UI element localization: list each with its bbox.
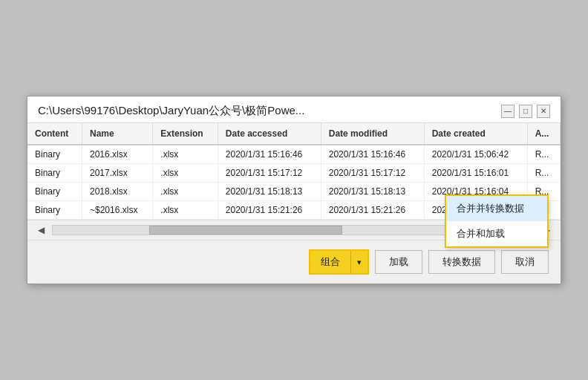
dropdown-item-combine-load[interactable]: 合并和加载 (446, 221, 547, 246)
bottom-area: 合并并转换数据 合并和加载 组合 ▾ 加载 转换数据 取消 (27, 240, 561, 284)
load-button[interactable]: 加载 (375, 250, 422, 274)
table-cell: 2020/1/31 15:16:01 (424, 164, 527, 183)
table-cell: 2016.xlsx (82, 145, 153, 164)
window-controls: — □ ✕ (501, 105, 550, 118)
table-cell: .xlsx (153, 183, 218, 201)
table-cell: 2020/1/31 15:21:26 (218, 201, 321, 220)
table-cell: 2017.xlsx (82, 164, 153, 183)
col-header-date-accessed[interactable]: Date accessed (218, 123, 321, 145)
table-cell: 2020/1/31 15:18:13 (218, 183, 321, 201)
close-button[interactable]: ✕ (537, 105, 550, 118)
table-cell: 2020/1/31 15:21:26 (321, 201, 424, 220)
table-cell: 2020/1/31 15:17:12 (218, 164, 321, 183)
table-cell: .xlsx (153, 164, 218, 183)
title-bar: C:\Users\99176\Desktop\JaryYuan公众号\极简Pow… (27, 96, 561, 123)
table-cell: ~$2016.xlsx (82, 201, 153, 220)
maximize-button[interactable]: □ (519, 105, 532, 118)
col-header-name[interactable]: Name (82, 123, 153, 145)
table-cell: 2018.xlsx (82, 183, 153, 201)
table-cell: 2020/1/31 15:18:13 (321, 183, 424, 201)
combine-dropdown-menu: 合并并转换数据 合并和加载 (445, 194, 549, 248)
table-cell: Binary (27, 164, 82, 183)
table-row[interactable]: Binary2016.xlsx.xlsx2020/1/31 15:16:4620… (27, 145, 561, 164)
table-cell: Binary (27, 145, 82, 164)
table-cell: R... (527, 145, 560, 164)
table-cell: .xlsx (153, 145, 218, 164)
scroll-thumb[interactable] (149, 226, 342, 235)
col-header-extension[interactable]: Extension (153, 123, 218, 145)
combine-dropdown-arrow[interactable]: ▾ (350, 251, 368, 273)
table-cell: 2020/1/31 15:16:46 (321, 145, 424, 164)
main-window: C:\Users\99176\Desktop\JaryYuan公众号\极简Pow… (27, 96, 561, 284)
table-cell: 2020/1/31 15:16:46 (218, 145, 321, 164)
table-header-row: Content Name Extension Date accessed Dat… (27, 123, 561, 145)
window-title: C:\Users\99176\Desktop\JaryYuan公众号\极简Pow… (38, 104, 304, 118)
table-row[interactable]: Binary2017.xlsx.xlsx2020/1/31 15:17:1220… (27, 164, 561, 183)
table-cell: 2020/1/31 15:06:42 (424, 145, 527, 164)
scroll-left-arrow[interactable]: ◀ (33, 223, 49, 237)
action-buttons: 组合 ▾ 加载 转换数据 取消 (39, 249, 549, 275)
dropdown-item-combine-transform[interactable]: 合并并转换数据 (446, 196, 547, 221)
combine-main-button[interactable]: 组合 (310, 251, 350, 273)
combine-button-group: 组合 ▾ (309, 249, 369, 275)
minimize-button[interactable]: — (501, 105, 514, 118)
col-header-date-modified[interactable]: Date modified (321, 123, 424, 145)
cancel-button[interactable]: 取消 (501, 250, 549, 274)
table-cell: .xlsx (153, 201, 218, 220)
table-cell: 2020/1/31 15:17:12 (321, 164, 424, 183)
table-cell: Binary (27, 183, 82, 201)
col-header-attr[interactable]: A... (527, 123, 560, 145)
col-header-date-created[interactable]: Date created (424, 123, 527, 145)
table-cell: R... (527, 164, 560, 183)
table-cell: Binary (27, 201, 82, 220)
transform-button[interactable]: 转换数据 (428, 250, 495, 274)
col-header-content[interactable]: Content (27, 123, 82, 145)
